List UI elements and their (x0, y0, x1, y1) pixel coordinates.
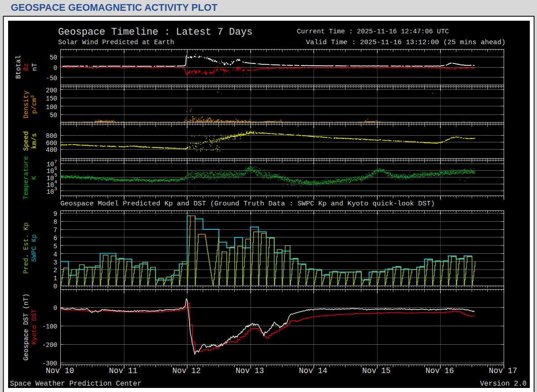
svg-text:Current Time : 2025-11-16 12:4: Current Time : 2025-11-16 12:47:06 UTC (297, 28, 449, 35)
svg-text:Bz: Bz (23, 63, 30, 71)
svg-text:7: 7 (55, 159, 57, 164)
svg-text:10: 10 (46, 188, 54, 196)
svg-text:50: 50 (50, 112, 57, 119)
svg-text:0: 0 (54, 64, 57, 72)
svg-text:6: 6 (55, 166, 57, 171)
svg-text:Nov 10: Nov 10 (46, 366, 74, 375)
svg-text:4: 4 (54, 251, 57, 258)
svg-text:nT: nT (31, 63, 38, 71)
svg-text:0: 0 (54, 283, 57, 290)
svg-text:-100: -100 (42, 323, 57, 330)
svg-text:Pred. Est. Kp: Pred. Est. Kp (23, 223, 30, 274)
svg-text:p/cm3: p/cm3 (30, 95, 38, 114)
svg-text:0: 0 (54, 305, 57, 312)
svg-text:4: 4 (55, 179, 57, 185)
svg-text:150: 150 (46, 95, 57, 102)
svg-text:Valid Time : 2025-11-16 13:12:: Valid Time : 2025-11-16 13:12:00 (25 min… (306, 38, 505, 46)
svg-text:10: 10 (46, 182, 54, 189)
svg-text:800: 800 (46, 132, 57, 140)
svg-text:Solar Wind Predicted at Earth: Solar Wind Predicted at Earth (58, 39, 174, 46)
svg-text:SWPC Kp: SWPC Kp (31, 234, 38, 262)
svg-text:Nov 17: Nov 17 (489, 366, 517, 375)
svg-text:Space Weather Prediction Cente: Space Weather Prediction Center (10, 380, 141, 388)
svg-text:-200: -200 (42, 342, 57, 349)
svg-text:Btotal: Btotal (15, 55, 22, 79)
svg-text:Nov 14: Nov 14 (299, 366, 327, 375)
svg-text:K: K (31, 176, 38, 180)
svg-text:10: 10 (46, 175, 54, 182)
svg-text:Nov 13: Nov 13 (236, 366, 264, 375)
svg-text:km/s: km/s (31, 133, 38, 149)
svg-text:1: 1 (54, 275, 57, 282)
svg-text:10: 10 (46, 161, 54, 168)
svg-text:2: 2 (54, 267, 57, 274)
svg-text:8: 8 (54, 219, 57, 226)
svg-text:-50: -50 (46, 75, 57, 82)
svg-text:7: 7 (54, 227, 57, 234)
svg-text:3: 3 (54, 259, 57, 266)
svg-text:5: 5 (54, 243, 57, 250)
svg-text:50: 50 (50, 54, 57, 61)
svg-text:Kyoto DST: Kyoto DST (31, 309, 38, 345)
svg-text:200: 200 (46, 87, 57, 94)
svg-text:Version 2.0: Version 2.0 (480, 380, 527, 388)
svg-text:9: 9 (54, 210, 57, 218)
svg-text:10: 10 (46, 168, 54, 175)
svg-text:Geospace Model Predicted Kp an: Geospace Model Predicted Kp and DST (Gro… (60, 200, 435, 208)
svg-text:Speed: Speed (23, 131, 30, 151)
svg-text:Nov 15: Nov 15 (362, 366, 391, 375)
svg-text:Temperature: Temperature (23, 156, 30, 199)
svg-text:6: 6 (54, 235, 57, 242)
svg-text:Nov 11: Nov 11 (109, 366, 137, 375)
svg-text:Density: Density (23, 91, 30, 119)
svg-text:5: 5 (55, 173, 57, 178)
svg-text:GEOSPACE GEOMAGNETIC ACTIVITY: GEOSPACE GEOMAGNETIC ACTIVITY PLOT (11, 2, 218, 13)
svg-text:100: 100 (46, 104, 57, 111)
svg-text:Nov 16: Nov 16 (425, 366, 454, 375)
svg-text:600: 600 (46, 140, 57, 147)
svg-text:Geospace Timeline : Latest 7 D: Geospace Timeline : Latest 7 Days (58, 27, 253, 38)
svg-text:Geospace DST (nT): Geospace DST (nT) (23, 293, 30, 360)
svg-text:3: 3 (55, 186, 57, 191)
svg-text:Nov 12: Nov 12 (172, 366, 200, 375)
svg-text:400: 400 (46, 146, 57, 154)
